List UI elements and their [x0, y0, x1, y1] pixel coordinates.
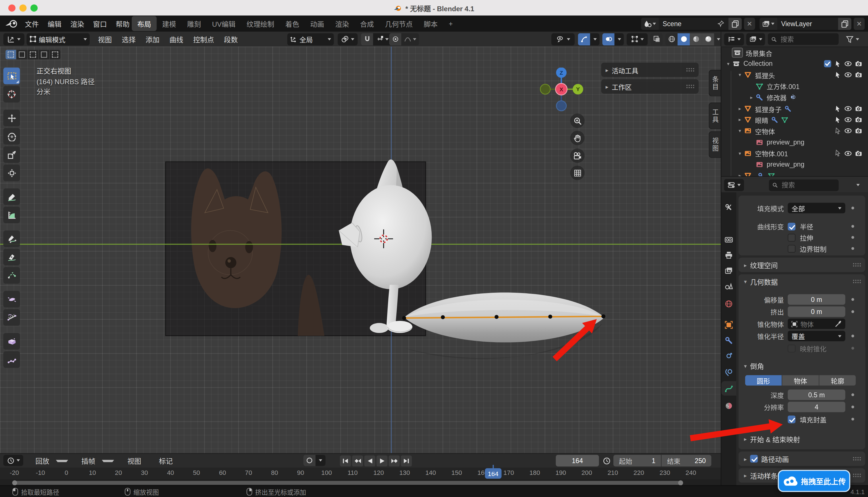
viewport-menu-item[interactable]: 选择 — [117, 34, 141, 44]
selectable-icon[interactable] — [834, 105, 841, 112]
outliner-row[interactable]: ▸ 修改器 — [721, 92, 868, 103]
menu-item[interactable]: 编辑 — [43, 16, 66, 31]
prev-keyframe-button[interactable] — [352, 455, 363, 466]
menu-item[interactable]: 窗口 — [89, 16, 112, 31]
menu-item[interactable]: 文件 — [20, 16, 43, 31]
mode-dropdown[interactable]: 编辑模式 — [27, 33, 90, 45]
editor-type-dropdown[interactable] — [3, 33, 25, 45]
tab-output[interactable] — [721, 247, 736, 262]
navigation-gizmo[interactable]: Z Y X — [540, 68, 584, 112]
remove-viewlayer-button[interactable]: ✕ — [854, 17, 865, 30]
stretch-checkbox[interactable] — [788, 233, 795, 241]
bevel-type-option[interactable]: 圆形 — [745, 375, 782, 386]
path-animation-checkbox[interactable] — [750, 455, 758, 463]
fill-caps-checkbox[interactable] — [788, 415, 795, 423]
sidebar-tab-view[interactable]: 视图 — [709, 131, 721, 158]
animate-dot[interactable] — [851, 225, 854, 228]
outliner-item-label[interactable]: 狐狸身子 — [755, 104, 782, 113]
workspace-tab[interactable]: 几何节点 — [380, 16, 418, 31]
bounds-clamp-checkbox[interactable] — [788, 244, 795, 252]
render-camera-icon[interactable] — [855, 105, 863, 113]
menu-item[interactable]: 帮助 — [112, 16, 134, 31]
select-mode-intersect[interactable] — [50, 50, 61, 59]
taper-radius-dropdown[interactable]: 覆盖 — [788, 331, 845, 341]
pan-hand-button[interactable] — [570, 131, 584, 145]
current-frame-field[interactable]: 164 — [556, 455, 599, 467]
expander-icon[interactable]: ▾ — [736, 128, 744, 133]
new-viewlayer-button[interactable] — [838, 17, 851, 30]
edit-mode-overlaps-dropdown[interactable] — [627, 33, 648, 45]
visibility-dropdown[interactable] — [551, 33, 575, 45]
tab-physics[interactable] — [721, 349, 736, 363]
tool-draw-curve[interactable] — [3, 230, 20, 247]
tool-extrude[interactable] — [3, 333, 20, 350]
viewport-menu-item[interactable]: 视图 — [93, 34, 117, 44]
animate-dot[interactable] — [851, 335, 854, 338]
auto-key-dropdown[interactable] — [315, 455, 325, 466]
expander-icon[interactable]: ▾ — [724, 61, 732, 67]
control-point[interactable] — [402, 316, 406, 320]
outliner-item-label[interactable]: preview_png — [767, 160, 804, 168]
expander-icon[interactable]: ▾ — [736, 151, 744, 156]
drag-dots-icon[interactable] — [686, 68, 694, 72]
collection-checkbox[interactable] — [824, 60, 832, 68]
properties-editor-dropdown[interactable] — [724, 179, 744, 191]
tab-object-data[interactable] — [721, 381, 736, 396]
pivot-point-dropdown[interactable] — [338, 33, 357, 45]
panel-active-tool[interactable]: ▸活动工具 — [601, 62, 698, 77]
scene-name[interactable]: Scene — [662, 19, 681, 27]
animate-dot[interactable] — [851, 207, 854, 210]
animate-dot[interactable] — [851, 347, 854, 350]
workspace-tab[interactable]: 着色 — [280, 16, 305, 31]
expander-icon[interactable]: ▸ — [748, 95, 755, 100]
animate-dot[interactable] — [851, 247, 854, 250]
gizmo-axis-neg-y[interactable] — [540, 84, 550, 94]
bevel-resolution-field[interactable]: 4 — [788, 402, 845, 412]
fill-mode-dropdown[interactable]: 全部 — [788, 203, 845, 213]
timeline-ruler[interactable]: -20-100102030405060708090100110120130140… — [0, 468, 721, 480]
falloff-dropdown[interactable] — [401, 33, 419, 45]
tool-edit-curve[interactable] — [3, 267, 20, 284]
map-taper-checkbox[interactable] — [788, 344, 795, 352]
viewport-menu-item[interactable]: 段数 — [219, 34, 243, 44]
outliner-row[interactable]: ▸ 狐狸身子 — [721, 103, 868, 114]
select-mode-invert[interactable] — [39, 50, 49, 59]
drag-dots-icon[interactable] — [853, 473, 861, 478]
offset-field[interactable]: 0 m — [788, 294, 845, 305]
shading-wireframe-button[interactable] — [665, 33, 677, 45]
outliner-item-label[interactable]: 眼睛 — [755, 115, 768, 125]
outliner-item-label[interactable]: 空物体 — [755, 126, 775, 136]
control-point[interactable] — [601, 314, 605, 318]
zoom-button[interactable] — [570, 113, 584, 128]
tab-tool[interactable] — [721, 200, 736, 214]
start-end-panel-header[interactable]: ▸开始 & 结束映射 — [744, 431, 800, 446]
scrollbar-handle[interactable] — [13, 481, 682, 485]
hide-eye-icon[interactable] — [844, 116, 852, 124]
workspace-tab[interactable]: 脚本 — [418, 16, 443, 31]
workspace-tab[interactable]: 渲染 — [329, 16, 354, 31]
hide-eye-icon[interactable] — [844, 127, 852, 135]
tool-scale[interactable] — [3, 146, 20, 163]
tab-world[interactable] — [721, 297, 736, 311]
workspace-tab[interactable]: 雕刻 — [182, 16, 207, 31]
auto-key-toggle[interactable] — [304, 455, 315, 466]
tab-material[interactable] — [721, 398, 736, 413]
tab-view-layer[interactable] — [721, 263, 736, 278]
outliner-item-label[interactable]: preview_png — [767, 138, 804, 146]
hide-eye-icon[interactable] — [844, 105, 852, 113]
bevel-type-option[interactable]: 物体 — [782, 375, 819, 386]
properties-search-input[interactable] — [780, 181, 835, 189]
outliner-search-input[interactable] — [779, 35, 835, 44]
timeline-menu-item[interactable]: 插帧 — [73, 455, 119, 466]
expander-icon[interactable]: ▸ — [736, 173, 744, 176]
render-camera-icon[interactable] — [855, 71, 863, 79]
control-point[interactable] — [548, 315, 552, 318]
workspace-tab[interactable]: + — [443, 17, 458, 30]
tool-select-box[interactable] — [3, 68, 20, 84]
gizmo-toggle[interactable] — [578, 33, 590, 45]
gizmo-axis-neg-z[interactable] — [556, 101, 566, 111]
workspace-tab[interactable]: 纹理绘制 — [241, 16, 280, 31]
pin-icon[interactable] — [717, 20, 724, 27]
menu-item[interactable]: 渲染 — [66, 16, 89, 31]
outliner-row[interactable]: 场景集合 — [721, 47, 868, 58]
